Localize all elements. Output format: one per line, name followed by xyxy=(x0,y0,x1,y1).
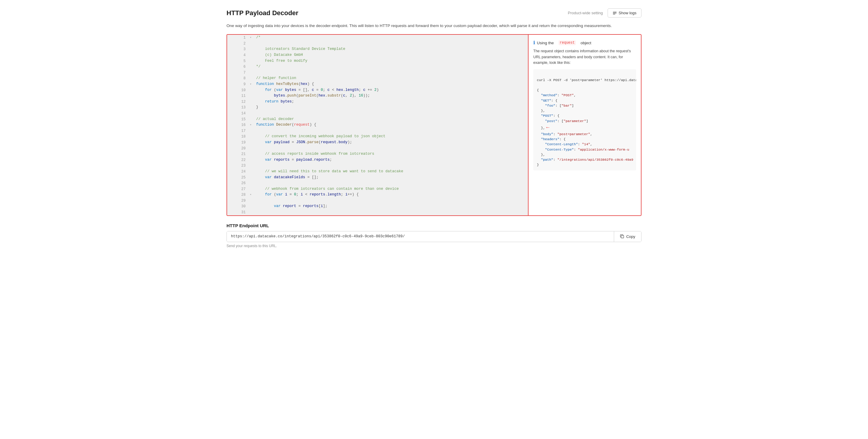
code-line-row: 16 ▾ function Decoder(request) { xyxy=(227,122,528,128)
request-keyword: request xyxy=(559,40,576,45)
send-hint: Send your requests to this URL. xyxy=(226,244,642,248)
curl-command: curl -X POST -d 'post=parameter' https:/… xyxy=(537,78,636,82)
code-line-row: 11 bytes.push(parseInt(hex.substr(c, 2),… xyxy=(227,93,528,99)
logs-icon xyxy=(613,11,617,15)
code-line-row: 13 } xyxy=(227,105,528,110)
code-line-row: 30 var report = reports[i]; xyxy=(227,203,528,209)
code-line-row: 10 for (var bytes = [], c = 0; c < hex.l… xyxy=(227,87,528,93)
svg-rect-2 xyxy=(613,14,615,14)
svg-rect-0 xyxy=(613,11,617,12)
code-table: 1 ▾ /* 2 3 iotcreators Standard xyxy=(227,35,528,215)
code-line-row: 1 ▾ /* xyxy=(227,35,528,41)
main-content-area: 1 ▾ /* 2 3 iotcreators Standard xyxy=(226,34,642,216)
code-line-row: 9 ▾ function hexToBytes(hex) { xyxy=(227,81,528,87)
info-icon: ℹ xyxy=(533,40,535,45)
code-line-row: 7 xyxy=(227,70,528,76)
code-line-row: 29 xyxy=(227,198,528,204)
endpoint-url-row: Copy xyxy=(226,231,642,242)
code-line-row: 31 xyxy=(227,209,528,215)
code-line-row: 15 // actual decoder xyxy=(227,116,528,122)
page-description: One way of ingesting data into your devi… xyxy=(226,23,642,29)
page-header: HTTP Payload Decoder Product-wide settin… xyxy=(226,8,642,18)
code-line-row: 17 xyxy=(227,128,528,134)
code-line-row: 23 xyxy=(227,163,528,169)
code-line-row: 25 var datacakeFields = []; xyxy=(227,175,528,180)
info-title-prefix: Using the xyxy=(537,41,554,45)
code-line-row: 14 xyxy=(227,110,528,116)
show-logs-button[interactable]: Show logs xyxy=(608,8,642,18)
endpoint-url-input[interactable] xyxy=(227,231,614,241)
info-header: ℹ Using the request object xyxy=(533,40,636,45)
copy-label: Copy xyxy=(626,234,635,239)
svg-rect-3 xyxy=(621,236,624,238)
code-line-row: 28 ▾ for (var i = 0; i < reports.length;… xyxy=(227,192,528,198)
code-line-row: 6 */ xyxy=(227,64,528,70)
curl-example-block: curl -X POST -d 'post=parameter' https:/… xyxy=(533,69,636,170)
code-line-row: 27 // webhook from iotcreators can conta… xyxy=(227,186,528,192)
code-line-row: 26 xyxy=(227,180,528,186)
code-line-row: 21 // access reports inside webhook from… xyxy=(227,151,528,157)
endpoint-section: HTTP Endpoint URL Copy Send your request… xyxy=(226,223,642,248)
info-description: The request object contains information … xyxy=(533,48,636,66)
code-line-row: 20 xyxy=(227,145,528,151)
info-panel: ℹ Using the request object The request o… xyxy=(528,35,641,215)
code-line-row: 2 xyxy=(227,41,528,47)
header-actions: Product-wide setting Show logs xyxy=(568,8,642,18)
line-number: 1 xyxy=(227,35,249,41)
svg-rect-1 xyxy=(613,13,617,13)
product-wide-label: Product-wide setting xyxy=(568,11,603,15)
copy-icon xyxy=(620,234,624,238)
code-line-row: 19 var payload = JSON.parse(request.body… xyxy=(227,140,528,145)
code-line-row: 3 iotcreators Standard Device Template xyxy=(227,46,528,52)
page-container: HTTP Payload Decoder Product-wide settin… xyxy=(217,0,651,256)
code-line-row: 8 // helper function xyxy=(227,75,528,81)
code-line-row: 4 (c) Datacake GmbH xyxy=(227,52,528,58)
code-line-row: 24 // we will need this to store data we… xyxy=(227,169,528,175)
info-title-suffix: object xyxy=(581,41,591,45)
code-editor[interactable]: 1 ▾ /* 2 3 iotcreators Standard xyxy=(227,35,528,215)
code-line-row: 12 return bytes; xyxy=(227,99,528,105)
code-line-row: 22 var reports = payload.reports; xyxy=(227,157,528,163)
code-line-row: 18 // convert the incoming webhook paylo… xyxy=(227,134,528,140)
page-title: HTTP Payload Decoder xyxy=(226,9,299,17)
endpoint-title: HTTP Endpoint URL xyxy=(226,223,642,228)
copy-button[interactable]: Copy xyxy=(614,231,641,242)
code-line-row: 5 Feel free to modify xyxy=(227,58,528,64)
